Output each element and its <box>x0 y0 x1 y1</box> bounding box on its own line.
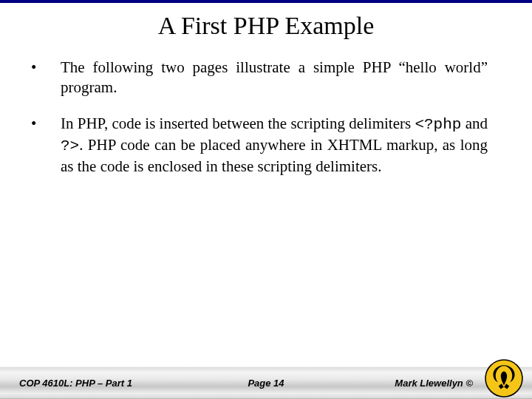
text-span: In PHP, code is inserted between the scr… <box>61 115 415 132</box>
bullet-item: In PHP, code is inserted between the scr… <box>30 114 488 177</box>
text-span: . PHP code can be placed anywhere in XHT… <box>61 136 488 175</box>
slide: A First PHP Example The following two pa… <box>0 0 532 399</box>
code-span: ?> <box>61 137 79 154</box>
text-span: The following two pages illustrate a sim… <box>61 58 488 96</box>
bullet-item: The following two pages illustrate a sim… <box>30 58 488 98</box>
footer-right: Mark Llewellyn © <box>395 378 473 389</box>
ucf-pegasus-icon <box>485 359 523 398</box>
slide-content: The following two pages illustrate a sim… <box>0 58 532 366</box>
bullet-list: The following two pages illustrate a sim… <box>30 58 488 176</box>
text-span: and <box>461 115 488 132</box>
code-span: <?php <box>415 116 461 133</box>
slide-title: A First PHP Example <box>0 12 532 40</box>
slide-footer: COP 4610L: PHP – Part 1 Page 14 Mark Lle… <box>0 366 532 399</box>
footer-left: COP 4610L: PHP – Part 1 <box>19 378 132 389</box>
